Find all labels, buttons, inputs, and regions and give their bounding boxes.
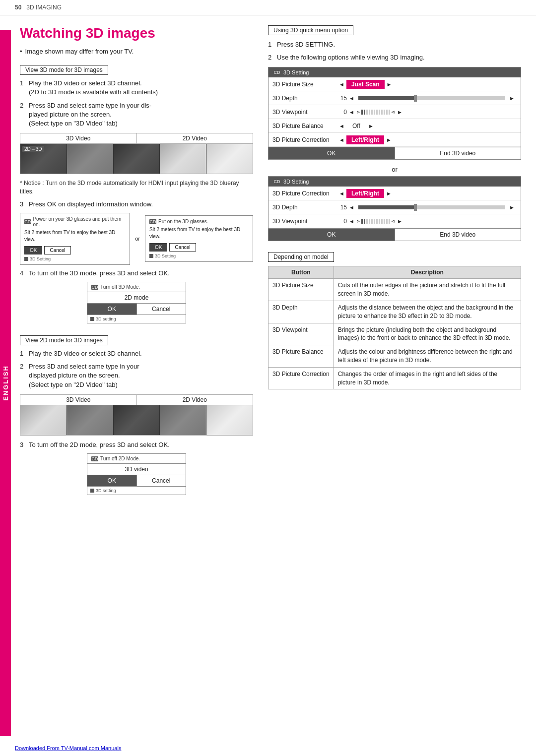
3d-video-box-1: 3D Video 2D Video 2D→3D: [20, 133, 253, 174]
2d-video-box: 3D Video 2D Video: [20, 394, 253, 436]
page-title: Watching 3D images: [20, 25, 253, 41]
turnoff-3d-box: CD Turn off 3D Mode. 2D mode OK Cancel 3…: [87, 282, 186, 323]
depth-bar-2: [358, 205, 505, 209]
arrow-left-icon[interactable]: ◄: [337, 81, 346, 87]
view3d-steps: 1 Play the 3D video or select 3D channel…: [20, 79, 253, 128]
video-frame: [114, 405, 160, 435]
col-3d-video: 3D Video: [20, 133, 137, 143]
setting-panel-2: CD 3D Setting 3D Picture Correction ◄ Le…: [268, 176, 521, 241]
arrow-right-icon[interactable]: ►: [384, 137, 394, 143]
info-table: Button Description 3D Picture SizeCuts o…: [268, 266, 521, 389]
page-content: Watching 3D images • Image shown may dif…: [0, 15, 536, 509]
setting-row-viewpoint: 3D Viewpoint 0 ◄ ⊳ ⊲: [268, 105, 521, 119]
list-item: 2 Use the following options while viewin…: [268, 53, 521, 62]
video-frame: [20, 405, 67, 435]
dialog-box-2: CD Put on the 3D glasses. Sit 2 meters f…: [145, 215, 253, 262]
ok-button[interactable]: OK: [87, 475, 137, 486]
video-frame: [206, 144, 253, 174]
panel1-title: 3D Setting: [283, 69, 309, 75]
intro-text: Image shown may differ from your TV.: [25, 47, 134, 56]
quick-menu-label: Using 3D quick menu option: [268, 25, 353, 35]
setting-row-depth-2: 3D Depth 15 ◄ ►: [268, 200, 521, 214]
cancel-button[interactable]: Cancel: [44, 246, 70, 254]
arrow-left-icon[interactable]: ◄: [347, 218, 356, 224]
list-item: 1 Play the 3D video or select 3D channel…: [20, 79, 253, 97]
description-cell: Adjusts the colour and brightness differ…: [334, 345, 521, 368]
dialog-box-1: CD Power on your 3D glasses and put them…: [20, 213, 130, 265]
list-item: 3 Press OK on displayed information wind…: [20, 200, 253, 209]
cd-icon: CD: [273, 70, 280, 75]
setting-row-correction: 3D Picture Correction ◄ Left/Right ►: [268, 133, 521, 147]
video-frame: [67, 144, 114, 174]
view2d-step3: 3 To turn off the 2D mode, press 3D and …: [20, 441, 253, 449]
dialog-footer-text: 3D Setting: [155, 253, 176, 258]
arrow-right-icon[interactable]: ►: [384, 190, 394, 196]
end-3d-button[interactable]: End 3D video: [395, 147, 521, 159]
turnoff-2d-box: CD Turn off 2D Mode. 3D video OK Cancel …: [87, 453, 186, 495]
setting-panel-1: CD 3D Setting 3D Picture Size ◄ Just Sca…: [268, 67, 521, 160]
view3d-label: View 3D mode for 3D images: [20, 65, 108, 75]
section-title: 3D IMAGING: [26, 4, 62, 11]
ok-button[interactable]: OK: [24, 246, 42, 254]
ok-button[interactable]: OK: [87, 304, 137, 315]
arrow-left-icon[interactable]: ◄: [337, 190, 346, 196]
arrow-left-icon[interactable]: ◄: [347, 95, 356, 101]
ok-button[interactable]: OK: [149, 243, 167, 252]
col-3d-video: 3D Video: [20, 395, 137, 405]
turnoff-2d-footer: 3D setting: [96, 488, 116, 493]
cancel-button[interactable]: Cancel: [169, 243, 196, 252]
end-3d-button[interactable]: End 3D video: [395, 229, 521, 241]
quick-menu-steps: 1 Press 3D SETTING. 2 Use the following …: [268, 40, 521, 62]
cd-icon: CD: [149, 219, 156, 224]
table-header-row: Button Description: [268, 266, 521, 279]
setting-row-correction-2: 3D Picture Correction ◄ Left/Right ►: [268, 187, 521, 200]
table-row: 3D Picture SizeCuts off the outer edges …: [268, 279, 521, 301]
col-button: Button: [268, 266, 334, 279]
arrow-left-icon[interactable]: ◄: [337, 123, 346, 129]
arrow-right-icon[interactable]: ►: [507, 95, 517, 101]
cd-icon: CD: [91, 285, 98, 290]
button-cell: 3D Depth: [268, 301, 334, 323]
arrow-right-icon[interactable]: ►: [395, 218, 404, 224]
arrow-left-icon[interactable]: ◄: [347, 204, 356, 210]
arrow-right-icon[interactable]: ►: [395, 109, 404, 115]
cd-icon: CD: [91, 456, 98, 461]
language-label: ENGLISH: [2, 365, 9, 401]
or-divider: or: [135, 236, 140, 242]
dialog-row: CD Power on your 3D glasses and put them…: [20, 213, 253, 265]
qm-step1: Press 3D SETTING.: [277, 40, 335, 49]
video-frame: [206, 405, 253, 435]
footer-square-icon: [90, 317, 94, 321]
arrow-left-icon[interactable]: ◄: [347, 109, 356, 115]
description-cell: Changes the order of images in the right…: [334, 367, 521, 389]
cd-icon: CD: [24, 219, 31, 224]
language-sidebar: ENGLISH: [0, 30, 11, 736]
list-item: 1 Press 3D SETTING.: [268, 40, 521, 49]
notice-text: * Notice : Turn on the 3D mode automatic…: [20, 179, 253, 196]
arrow-left-icon[interactable]: ◄: [337, 137, 346, 143]
ok-button[interactable]: OK: [268, 147, 395, 159]
footer-link[interactable]: Downloaded From TV-Manual.com Manuals: [15, 745, 121, 751]
turnoff-2d-title: Turn off 2D Mode.: [100, 456, 140, 461]
page-header: 50 3D IMAGING: [0, 0, 536, 15]
cancel-button[interactable]: Cancel: [137, 475, 186, 486]
list-item: 2 Press 3D and select same type in yourd…: [20, 362, 253, 389]
arrow-right-icon[interactable]: ►: [366, 123, 376, 129]
viewpoint-display-2: ⊳ ⊲: [356, 219, 395, 224]
description-cell: Adjusts the distance between the object …: [334, 301, 521, 323]
intro-bullet: • Image shown may differ from your TV.: [20, 47, 253, 56]
col-2d-video: 2D Video: [137, 395, 253, 405]
setting-row-depth: 3D Depth 15 ◄ ►: [268, 91, 521, 105]
ok-button[interactable]: OK: [268, 229, 395, 241]
arrow-right-icon[interactable]: ►: [385, 81, 394, 87]
video-frame: [114, 144, 160, 174]
list-item: 2 Press 3D and select same type in your …: [20, 101, 253, 128]
cancel-button[interactable]: Cancel: [137, 304, 186, 315]
footer-square-icon: [90, 489, 94, 493]
arrow-right-icon[interactable]: ►: [507, 204, 517, 210]
page-number: 50: [15, 4, 21, 11]
video-frame: [160, 144, 206, 174]
table-row: 3D Picture CorrectionChanges the order o…: [268, 367, 521, 389]
view3d-step4: 4 To turn off the 3D mode, press 3D and …: [20, 269, 253, 278]
col-description: Description: [334, 266, 521, 279]
